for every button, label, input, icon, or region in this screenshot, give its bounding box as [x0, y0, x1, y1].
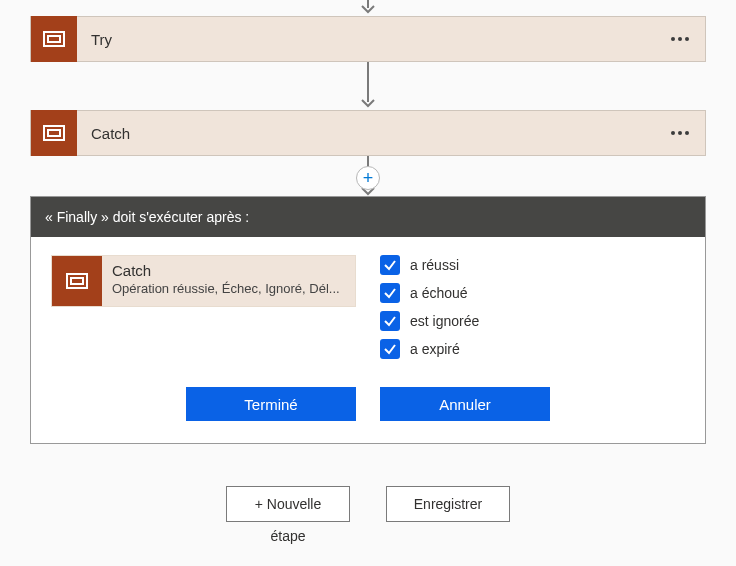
source-card-subtitle: Opération réussie, Échec, Ignoré, Dél...	[112, 281, 345, 296]
svg-rect-8	[71, 278, 83, 284]
run-after-panel: « Finally » doit s'exécuter après : Catc…	[30, 196, 706, 444]
scope-icon	[31, 16, 77, 62]
arrow-connector-1	[0, 62, 736, 110]
run-after-checks: a réussi a échoué est ignorée a expiré	[380, 255, 479, 359]
scope-icon	[31, 110, 77, 156]
step-catch-label: Catch	[77, 125, 130, 142]
step-catch-menu[interactable]	[671, 131, 689, 135]
svg-rect-5	[48, 130, 60, 136]
svg-rect-2	[48, 36, 60, 42]
save-button[interactable]: Enregistrer	[386, 486, 510, 522]
check-timedout[interactable]: a expiré	[380, 339, 479, 359]
checkbox-checked-icon	[380, 339, 400, 359]
checkbox-checked-icon	[380, 311, 400, 331]
arrow-connector-top	[0, 0, 736, 16]
step-try-menu[interactable]	[671, 37, 689, 41]
check-skipped[interactable]: est ignorée	[380, 311, 479, 331]
checkbox-checked-icon	[380, 255, 400, 275]
new-step-button[interactable]: + Nouvelle	[226, 486, 350, 522]
check-success-label: a réussi	[410, 257, 459, 273]
step-try-label: Try	[77, 31, 112, 48]
check-timedout-label: a expiré	[410, 341, 460, 357]
check-failed-label: a échoué	[410, 285, 468, 301]
run-after-source-card[interactable]: Catch Opération réussie, Échec, Ignoré, …	[51, 255, 356, 307]
new-step-label-line2: étape	[270, 528, 305, 544]
add-step-button[interactable]: +	[356, 166, 380, 190]
cancel-button[interactable]: Annuler	[380, 387, 550, 421]
done-button[interactable]: Terminé	[186, 387, 356, 421]
checkbox-checked-icon	[380, 283, 400, 303]
check-failed[interactable]: a échoué	[380, 283, 479, 303]
plus-icon: +	[363, 169, 374, 187]
run-after-header: « Finally » doit s'exécuter après :	[31, 197, 705, 237]
step-catch[interactable]: Catch	[30, 110, 706, 156]
scope-icon	[52, 256, 102, 306]
step-try[interactable]: Try	[30, 16, 706, 62]
new-step-label-line1: + Nouvelle	[255, 496, 322, 513]
arrow-connector-plus: +	[0, 156, 736, 196]
check-skipped-label: est ignorée	[410, 313, 479, 329]
check-success[interactable]: a réussi	[380, 255, 479, 275]
source-card-title: Catch	[112, 262, 345, 279]
